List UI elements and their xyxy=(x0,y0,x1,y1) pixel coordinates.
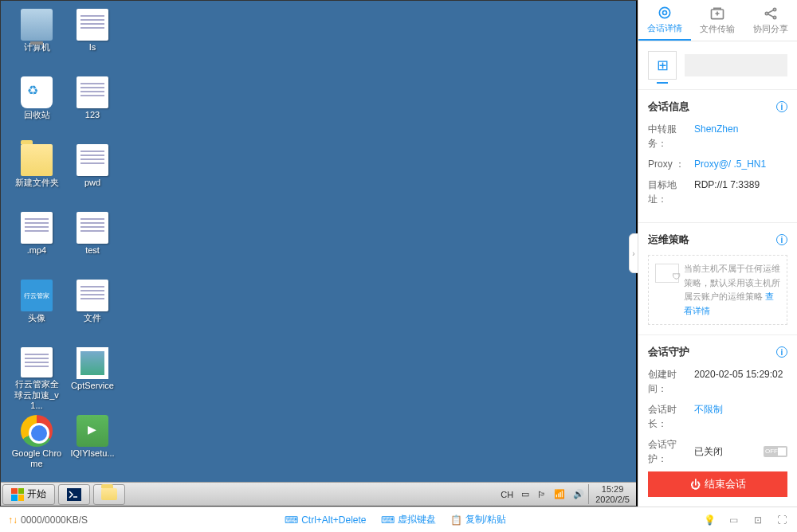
desktop-icon-computer[interactable]: 计算机 xyxy=(9,5,65,72)
file-icon xyxy=(77,9,108,41)
tray-action-center-icon[interactable]: ▭ xyxy=(517,489,533,499)
policy-empty-notice: 当前主机不属于任何运维策略，默认采用该主机所属云账户的运维策略 查看详情 xyxy=(648,255,787,325)
desktop-icon-file-test[interactable]: test xyxy=(65,208,120,276)
network-stats: ↑↓ 0000/0000KB/S xyxy=(8,514,88,526)
tray-time: 15:29 xyxy=(595,484,630,494)
desktop-icon-new-folder[interactable]: 新建文件夹 xyxy=(9,140,65,208)
session-info-help-icon[interactable]: i xyxy=(776,101,787,112)
ime-indicator[interactable]: CH xyxy=(497,490,517,499)
taskbar-explorer[interactable] xyxy=(93,484,125,505)
desktop-icon-file-is[interactable]: Is xyxy=(65,5,120,72)
tab-details[interactable]: 会话详情 xyxy=(638,0,691,41)
tab-share[interactable]: 协同分享 xyxy=(744,0,797,41)
target-value: RDP://1 7:3389 xyxy=(694,178,760,206)
desktop-icon-xingyun[interactable]: 行云管家全球云加速_v1... xyxy=(9,343,65,411)
img-icon xyxy=(77,347,108,379)
session-sidebar: › 会话详情文件传输协同分享 ⊞ 会话信息 i 中转服务： ShenZhen P… xyxy=(638,0,797,507)
vkb-icon: ⌨ xyxy=(381,514,395,526)
tray-clock[interactable]: 15:29 2020/2/5 xyxy=(588,484,636,503)
icon-label: 头像 xyxy=(28,313,45,323)
duration-value[interactable]: 不限制 xyxy=(694,402,723,431)
toolbar-cad[interactable]: ⌨Ctrl+Alt+Delete xyxy=(285,513,366,526)
policy-help-icon[interactable]: i xyxy=(776,234,787,245)
windows-host-icon: ⊞ xyxy=(648,51,677,80)
session-info-title: 会话信息 xyxy=(648,100,689,114)
display-settings-icon[interactable]: ▭ xyxy=(727,513,741,527)
desktop-icon-avatar[interactable]: 行云管家头像 xyxy=(9,276,65,343)
desktop-icon-file-docs[interactable]: 文件 xyxy=(65,276,120,343)
app-icon: 行云管家 xyxy=(21,280,53,311)
tray-volume-icon[interactable]: 🔊 xyxy=(569,489,588,499)
computer-icon xyxy=(21,9,53,41)
desktop-icon-cptservice[interactable]: CptService xyxy=(65,343,120,411)
start-button[interactable]: 开始 xyxy=(2,484,55,505)
remote-desktop-viewport[interactable]: 计算机Is回收站123新建文件夹pwd.mp4test行云管家头像文件行云管家全… xyxy=(0,0,638,507)
desktop-icon-file-mp4[interactable]: .mp4 xyxy=(9,208,65,276)
cad-icon: ⌨ xyxy=(285,514,298,526)
tab-label: 文件传输 xyxy=(700,23,735,35)
toolbar-vkb[interactable]: ⌨虚拟键盘 xyxy=(381,513,436,526)
host-summary: ⊞ xyxy=(638,41,797,90)
icon-label: CptService xyxy=(71,381,114,391)
tray-network-icon[interactable]: 📶 xyxy=(550,489,569,499)
desktop-icon-iqiyi[interactable]: IQIYIsetu... xyxy=(65,411,120,479)
sidebar-collapse-handle[interactable]: › xyxy=(629,233,638,273)
svg-point-2 xyxy=(663,11,667,15)
start-label: 开始 xyxy=(27,487,46,501)
desktop-icon-file-pwd[interactable]: pwd xyxy=(65,140,120,208)
icon-label: 123 xyxy=(85,110,100,120)
relay-value[interactable]: ShenZhen xyxy=(694,122,738,151)
guard-status-value: 已关闭 xyxy=(694,444,723,459)
guard-toggle[interactable]: OFF xyxy=(764,446,787,457)
create-time-value: 2020-02-05 15:29:02 xyxy=(694,367,783,396)
tray-flag-icon[interactable]: 🏳 xyxy=(533,490,550,499)
guard-help-icon[interactable]: i xyxy=(776,346,787,358)
toolbar-label: Ctrl+Alt+Delete xyxy=(301,514,366,526)
desktop-icon-file-123[interactable]: 123 xyxy=(65,72,120,140)
fit-screen-icon[interactable]: ⊡ xyxy=(751,513,765,527)
taskbar: 开始 CH ▭ 🏳 📶 🔊 15:29 2020/2/5 xyxy=(1,482,636,506)
folder-icon xyxy=(21,144,53,176)
file-icon xyxy=(77,144,108,176)
relay-label: 中转服务： xyxy=(648,122,694,151)
icon-label: test xyxy=(85,245,100,256)
tips-bulb-icon[interactable]: 💡 xyxy=(703,513,717,527)
proxy-value[interactable]: Proxy@/ .5_HN1 xyxy=(694,157,766,171)
guard-status-label: 会话守护： xyxy=(648,437,694,466)
file-icon xyxy=(77,280,108,311)
duration-label: 会话时长： xyxy=(648,402,694,431)
icon-label: Google Chrome xyxy=(11,448,63,469)
tray-date: 2020/2/5 xyxy=(595,495,630,504)
desktop-icon-chrome[interactable]: Google Chrome xyxy=(9,411,65,479)
tab-label: 会话详情 xyxy=(647,22,682,34)
tab-label: 协同分享 xyxy=(753,23,788,35)
svg-rect-0 xyxy=(67,488,81,501)
taskbar-powershell[interactable] xyxy=(58,484,90,505)
desktop-icon-recycle-bin[interactable]: 回收站 xyxy=(9,72,65,140)
icon-label: pwd xyxy=(84,178,100,188)
file-icon xyxy=(21,347,53,377)
icon-label: 回收站 xyxy=(24,110,50,120)
power-icon: ⏻ xyxy=(690,479,701,491)
icon-label: Is xyxy=(89,42,96,53)
icon-label: 文件 xyxy=(84,313,101,323)
create-time-label: 创建时间： xyxy=(648,367,694,396)
powershell-icon xyxy=(67,488,81,501)
paste-icon: 📋 xyxy=(450,514,462,526)
proxy-label: Proxy ： xyxy=(648,157,694,171)
target-label: 目标地址： xyxy=(648,178,694,206)
file-icon xyxy=(77,76,108,108)
fullscreen-icon[interactable]: ⛶ xyxy=(775,513,789,527)
iqiyi-icon xyxy=(77,415,108,447)
svg-point-5 xyxy=(773,8,775,10)
toolbar-paste[interactable]: 📋复制/粘贴 xyxy=(450,513,506,526)
file-icon xyxy=(77,212,108,244)
bin-icon xyxy=(21,76,53,108)
svg-point-1 xyxy=(659,7,669,18)
policy-shield-icon xyxy=(655,264,679,283)
toolbar-label: 虚拟键盘 xyxy=(398,513,436,526)
tab-transfer[interactable]: 文件传输 xyxy=(691,0,744,41)
end-session-button[interactable]: ⏻ 结束会话 xyxy=(648,471,787,497)
network-updown-icon: ↑↓ xyxy=(8,514,18,526)
windows-logo-icon xyxy=(11,488,24,501)
